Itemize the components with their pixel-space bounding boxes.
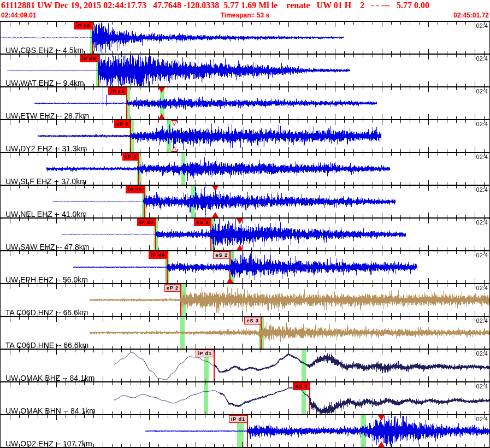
panel-time-label: 02:4 [476, 317, 488, 324]
trace-panel: iP d0eS 2UW SAW EHZ -- 47.8km02:4 [1, 217, 489, 250]
pick-label[interactable]: eP 2 [164, 284, 181, 292]
pick-label[interactable]: iP c1 [108, 87, 127, 95]
panel-time-label: 02:4 [476, 22, 488, 29]
pick-label[interactable]: iP d1 [196, 350, 214, 357]
pick-label[interactable]: eP 2 [122, 153, 139, 161]
trace-panel: eP 3UW DY2 EHZ -- 31.3km02:4 [1, 119, 489, 152]
pick-flag-icon [212, 186, 219, 191]
panel-time-label: 02:4 [476, 416, 488, 422]
station-channel-label: UW EPH EHZ -- 56.0km [5, 275, 88, 283]
station-channel-label: UW SAW EHZ -- 47.8km [5, 243, 90, 250]
station-channel-label: UW NEL EHZ -- 41.0km [5, 210, 87, 217]
pick-label[interactable]: iP c0 [74, 22, 92, 30]
pick-flag-icon [212, 212, 219, 217]
station-channel-label: UW CBS EHZ -- 4.5km [5, 46, 84, 54]
trace-panel: iP d1UW OMAK BHZ -- 84.1km02:4 [1, 349, 489, 381]
station-channel-label: UW OMAK BHN -- 84.1km [5, 406, 96, 414]
panel-time-label: 02:4 [476, 55, 488, 62]
seismogram-viewer: 61112881 UW Dec 19, 2015 02:44:17.73 47.… [0, 0, 490, 448]
station-channel-label: TA C06D HNZ -- 66.6km [5, 308, 88, 316]
trace-panel: eS 3UW OMAK BHN -- 84.1km02:4 [1, 381, 489, 414]
pick-flag-icon [158, 87, 165, 93]
station-channel-label: UW DY2 EHZ -- 31.3km [5, 144, 87, 152]
pick-label[interactable]: eS 2 [194, 219, 211, 226]
panel-time-label: 02:4 [476, 186, 488, 193]
trace-panel: eS 3TA C06D HNE -- 66.6km02:4 [1, 316, 489, 349]
station-channel-label: UW OMAK BHZ -- 84.1km [5, 374, 95, 381]
pick-label[interactable]: eS 3 [293, 382, 310, 390]
panel-time-label: 02:4 [476, 154, 488, 160]
pick-flag-icon [378, 441, 385, 447]
station-channel-label: UW WAT EHZ -- 9.4km [5, 79, 84, 86]
pick-label[interactable]: eP 3 [114, 120, 131, 128]
trace-panel: eP 2TA C06D HNZ -- 66.6km02:4 [1, 283, 489, 316]
pick-label[interactable]: iP d1 [229, 415, 247, 423]
trace-panel: eP 2UW SLF EHZ -- 37.0km02:4 [1, 152, 489, 185]
pick-label[interactable]: iP d0 [80, 55, 98, 62]
pick-flag-icon [237, 219, 243, 224]
station-channel-label: TA C06D HNE -- 66.6km [5, 341, 88, 349]
pick-flag-icon [158, 114, 165, 119]
panel-time-label: 02:4 [476, 88, 488, 95]
panel-time-label: 02:4 [476, 350, 488, 357]
pick-flag-icon [237, 245, 243, 250]
event-header: 61112881 UW Dec 19, 2015 02:44:17.73 47.… [0, 0, 490, 21]
trace-panel: iP d1UW OD2 EHZ -- 107.7km02:4 [1, 414, 489, 447]
trace-panel: iP d0UW NEL EHZ -- 41.0km02:4 [1, 185, 489, 217]
station-channel-label: UW ETW EHZ -- 28.7km [5, 111, 89, 119]
time-axis-header: 02:44:09.01 Timespan= 53 s 02:45:01.72 [1, 11, 489, 19]
pick-label[interactable]: eS 3 [244, 317, 261, 325]
pick-label[interactable]: iP d0 [149, 251, 167, 259]
pick-label[interactable]: iP d0 [126, 186, 144, 193]
pick-label[interactable]: iP d0 [137, 219, 156, 226]
timespan-label: Timespan= 53 s [1, 11, 489, 19]
panel-time-label: 02:4 [476, 285, 488, 291]
pick-flag-icon [227, 278, 233, 283]
pick-flag-outline-icon [172, 148, 176, 151]
trace-panels-container: iP c0UW CBS EHZ -- 4.5km02:4iP d0UW WAT … [0, 21, 490, 448]
trace-panel: iP c1UW ETW EHZ -- 28.7km02:4 [1, 86, 489, 119]
trace-panel: iP c0UW CBS EHZ -- 4.5km02:4 [1, 21, 489, 54]
pick-label[interactable]: eS 2 [213, 251, 230, 259]
trace-panel: iP d0UW WAT EHZ -- 9.4km02:4 [1, 54, 489, 86]
panel-time-label: 02:4 [476, 383, 488, 390]
trace-panel: iP d0eS 2UW EPH EHZ -- 56.0km02:4 [1, 250, 489, 283]
panel-time-label: 02:4 [476, 219, 488, 226]
station-channel-label: UW SLF EHZ -- 37.0km [5, 177, 86, 185]
station-channel-label: UW OD2 EHZ -- 107.7km [5, 439, 92, 447]
pick-flag-icon [378, 415, 385, 421]
pick-flag-outline-icon [172, 121, 176, 125]
event-summary-line: 61112881 UW Dec 19, 2015 02:44:17.73 47.… [1, 1, 490, 10]
panel-time-label: 02:4 [476, 121, 488, 127]
panel-time-label: 02:4 [476, 252, 488, 258]
